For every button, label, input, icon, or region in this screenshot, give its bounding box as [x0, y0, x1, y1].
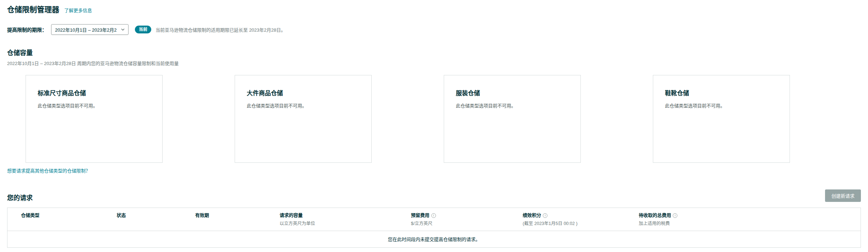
other-storage-types-link[interactable]: 想要请求提高其他仓储类型的仓储限制？ — [7, 167, 90, 174]
card-message: 此仓储类型选项目前不可用。 — [247, 102, 360, 109]
capacity-cards: 标准尺寸商品仓储 此仓储类型选项目前不可用。 大件商品仓储 此仓储类型选项目前不… — [26, 75, 861, 163]
capacity-section-title: 仓储容量 — [7, 48, 861, 57]
card-message: 此仓储类型选项目前不可用。 — [665, 102, 778, 109]
card-title: 服装仓储 — [456, 88, 569, 97]
column-requested-capacity: 请求的容量 以立方英尺为单位 — [275, 211, 407, 226]
column-storage-type: 仓储类型 — [7, 211, 113, 226]
card-message: 此仓储类型选项目前不可用。 — [456, 102, 569, 109]
page-title: 仓储限制管理器 — [7, 4, 59, 15]
card-title: 大件商品仓储 — [247, 88, 360, 97]
period-select[interactable]: 2022年10月1日 – 2023年2月2 — [51, 24, 129, 35]
card-footwear-storage: 鞋靴仓储 此仓储类型选项目前不可用。 — [653, 75, 790, 163]
create-new-request-button[interactable]: 创建新请求 — [825, 189, 861, 202]
page-header: 仓储限制管理器 了解更多信息 — [7, 4, 861, 15]
info-icon[interactable]: i — [543, 213, 547, 218]
current-badge: 当前 — [135, 26, 151, 33]
column-reservation-fee: 预留费用i $/立方英尺 — [407, 211, 519, 226]
requests-table: 仓储类型 状态 有效期 请求的容量 以立方英尺为单位 预留费用i $/立方英尺 … — [7, 208, 861, 248]
column-validity-period: 有效期 — [191, 211, 275, 226]
requests-header: 您的请求 创建新请求 — [7, 189, 861, 202]
column-performance-credits: 绩效积分i (截至 2023年1月5日 00:02 ) — [518, 211, 634, 226]
chevron-down-icon — [121, 28, 125, 31]
period-label: 提高限制的期限： — [7, 26, 47, 33]
info-icon[interactable]: i — [673, 213, 677, 218]
card-message: 此仓储类型选项目前不可用。 — [38, 102, 151, 109]
storage-limit-manager-page: 仓储限制管理器 了解更多信息 提高限制的期限： 2022年10月1日 – 202… — [0, 0, 868, 248]
requests-section-title: 您的请求 — [7, 193, 33, 202]
card-oversize-storage: 大件商品仓储 此仓储类型选项目前不可用。 — [235, 75, 372, 163]
capacity-section-subtitle: 2022年10月1日 – 2023年2月28日 周期内您的亚马逊物流仓储容量限制… — [7, 60, 861, 66]
card-standard-size-storage: 标准尺寸商品仓储 此仓储类型选项目前不可用。 — [26, 75, 163, 163]
card-title: 鞋靴仓储 — [665, 88, 778, 97]
requests-table-header: 仓储类型 状态 有效期 请求的容量 以立方英尺为单位 预留费用i $/立方英尺 … — [7, 208, 861, 231]
period-select-value: 2022年10月1日 – 2023年2月2 — [55, 26, 116, 33]
info-icon[interactable]: i — [431, 213, 436, 218]
card-title: 标准尺寸商品仓储 — [38, 88, 151, 97]
column-total-fee-to-collect: 待收取的总费用i 加上适用的税费 — [634, 211, 861, 226]
empty-state-message: 您在此时间段内未提交提高仓储限制的请求。 — [7, 231, 861, 247]
column-status: 状态 — [113, 211, 191, 226]
card-apparel-storage: 服装仓储 此仓储类型选项目前不可用。 — [444, 75, 581, 163]
period-note: 当前亚马逊物流仓储限制的适用期限已延长至 2023年2月28日。 — [155, 26, 285, 33]
learn-more-link[interactable]: 了解更多信息 — [64, 7, 92, 14]
period-row: 提高限制的期限： 2022年10月1日 – 2023年2月2 当前 当前亚马逊物… — [7, 24, 861, 35]
